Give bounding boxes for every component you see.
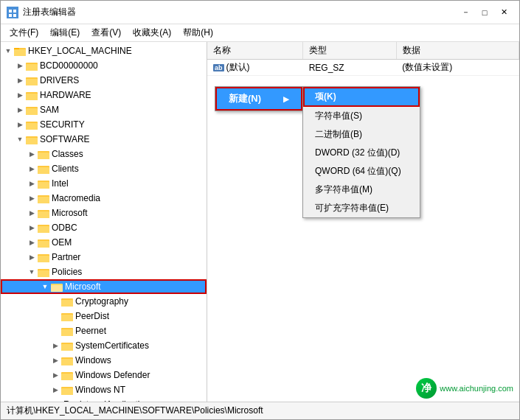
oem-toggle[interactable]: ▶: [26, 237, 38, 248]
tree-panel[interactable]: ▼ HKEY_LOCAL_MACHINE ▶ BCD00000000: [1, 42, 207, 402]
hardware-toggle[interactable]: ▶: [14, 89, 26, 101]
systemcerts-toggle[interactable]: ▶: [49, 340, 61, 351]
tree-item-partner[interactable]: ▶ Partner: [1, 250, 207, 265]
tree-item-peerdist[interactable]: ▶ PeerDist: [1, 309, 207, 323]
security-toggle[interactable]: ▶: [14, 119, 26, 130]
svg-rect-49: [61, 359, 73, 365]
partner-toggle[interactable]: ▶: [26, 251, 38, 263]
tree-item-macromedia[interactable]: ▶ Macromedia: [1, 191, 207, 206]
close-button[interactable]: ✕: [494, 5, 513, 20]
table-row[interactable]: ab (默认) REG_SZ (数值未设置): [207, 60, 519, 76]
svg-rect-43: [61, 315, 73, 321]
submenu-item-expandstring[interactable]: 可扩充字符串值(E): [303, 199, 420, 217]
sam-folder-icon: [26, 105, 38, 115]
title-controls: － □ ✕: [456, 5, 513, 20]
software-toggle[interactable]: ▼: [14, 133, 26, 145]
sam-toggle[interactable]: ▶: [14, 104, 26, 116]
tree-item-classes[interactable]: ▶ Classes: [1, 147, 207, 161]
root-toggle[interactable]: ▼: [2, 45, 14, 57]
tree-item-sam[interactable]: ▶ SAM: [1, 102, 207, 117]
menu-view[interactable]: 查看(V): [86, 25, 127, 41]
tree-item-ms-policies[interactable]: ▼ Microsoft: [1, 279, 207, 294]
intel-toggle[interactable]: ▶: [26, 178, 38, 189]
tree-item-odbc[interactable]: ▶ ODBC: [1, 220, 207, 235]
svg-rect-19: [26, 138, 38, 144]
maximize-button[interactable]: □: [475, 5, 494, 20]
tree-item-intel[interactable]: ▶ Intel: [1, 176, 207, 191]
submenu-item-multistring[interactable]: 多字符串值(M): [303, 181, 420, 199]
windefender-toggle[interactable]: ▶: [49, 369, 61, 381]
windefender-folder-icon: [61, 370, 73, 380]
tree-item-clients[interactable]: ▶ Clients: [1, 161, 207, 176]
ms-policies-toggle[interactable]: ▼: [39, 281, 51, 293]
watermark-icon: 净: [416, 378, 437, 399]
intel-folder-icon: [38, 178, 49, 189]
hardware-folder-icon: [26, 90, 38, 100]
col-data: 数据: [396, 42, 519, 60]
tree-item-bcd[interactable]: ▶ BCD00000000: [1, 58, 207, 73]
row-data: (数值未设置): [396, 60, 519, 76]
tree-item-cryptography[interactable]: ▶ Cryptography: [1, 294, 207, 309]
submenu: 项(K) 字符串值(S) 二进制值(B) DWORD (32 位值)(D) QW…: [302, 86, 420, 218]
submenu-item-binary[interactable]: 二进制值(B): [303, 125, 420, 144]
watermark: 净 www.aichunjing.com: [416, 378, 513, 399]
tree-item-systemcerts[interactable]: ▶ SystemCertificates: [1, 338, 207, 353]
tree-item-software[interactable]: ▼ SOFTWARE: [1, 132, 207, 147]
submenu-item-dword[interactable]: DWORD (32 位值)(D): [303, 144, 420, 162]
tree-item-drivers-label: DRIVERS: [40, 75, 79, 85]
tree-item-drivers[interactable]: ▶ DRIVERS: [1, 73, 207, 88]
menu-edit[interactable]: 编辑(E): [44, 25, 86, 41]
windowsnt-folder-icon: [61, 385, 73, 395]
title-bar: 注册表编辑器 － □ ✕: [1, 1, 519, 24]
tree-item-windefender[interactable]: ▶ Windows Defender: [1, 368, 207, 382]
tree-item-hardware[interactable]: ▶ HARDWARE: [1, 88, 207, 102]
main-content: ▼ HKEY_LOCAL_MACHINE ▶ BCD00000000: [1, 42, 519, 402]
tree-item-peernet[interactable]: ▶ Peernet: [1, 323, 207, 338]
submenu-item-string[interactable]: 字符串值(S): [303, 107, 420, 125]
minimize-button[interactable]: －: [456, 5, 475, 20]
registry-editor-window: 注册表编辑器 － □ ✕ 文件(F) 编辑(E) 查看(V) 收藏夹(A) 帮助…: [0, 0, 520, 420]
svg-rect-37: [38, 270, 49, 277]
tree-item-ms-policies-label: Microsoft: [65, 281, 101, 292]
windows-toggle[interactable]: ▶: [49, 354, 61, 366]
classes-toggle[interactable]: ▶: [26, 148, 38, 160]
tree-item-windowsnt[interactable]: ▶ Windows NT: [1, 382, 207, 397]
bcd-toggle[interactable]: ▶: [14, 60, 26, 71]
col-name: 名称: [207, 42, 303, 60]
tree-root[interactable]: ▼ HKEY_LOCAL_MACHINE: [1, 43, 207, 58]
tree-item-oem[interactable]: ▶ OEM: [1, 235, 207, 250]
svg-rect-31: [38, 226, 49, 233]
tree-item-microsoft-sw[interactable]: ▶ Microsoft: [1, 206, 207, 220]
submenu-item-qword[interactable]: QWORD (64 位值)(Q): [303, 162, 420, 181]
tree-item-policies[interactable]: ▼ Policies: [1, 265, 207, 279]
tree-item-peernet-label: Peernet: [75, 326, 106, 336]
classes-folder-icon: [38, 149, 49, 159]
clients-toggle[interactable]: ▶: [26, 163, 38, 175]
microsoft-sw-toggle[interactable]: ▶: [26, 207, 38, 219]
context-menu-overlay: 新建(N) ▶ 项(K) 字符串值(S) 二进制值(B) DWORD (32 位…: [215, 86, 420, 218]
macromedia-toggle[interactable]: ▶: [26, 192, 38, 204]
tree-item-bcd-label: BCD00000000: [40, 60, 98, 71]
tree-item-clients-label: Clients: [52, 164, 79, 174]
tree-item-peerdist-label: PeerDist: [75, 311, 109, 321]
policies-folder-icon: [38, 267, 49, 277]
bcd-folder-icon: [26, 60, 38, 71]
new-button[interactable]: 新建(N) ▶: [215, 87, 302, 111]
menu-favorites[interactable]: 收藏夹(A): [127, 25, 177, 41]
submenu-item-key[interactable]: 项(K): [303, 87, 420, 107]
odbc-folder-icon: [38, 223, 49, 233]
tree-item-security[interactable]: ▶ SECURITY: [1, 117, 207, 132]
tree-item-odbc-label: ODBC: [52, 223, 77, 233]
menu-bar: 文件(F) 编辑(E) 查看(V) 收藏夹(A) 帮助(H): [1, 24, 519, 42]
svg-rect-21: [38, 153, 49, 159]
tree-item-hardware-label: HARDWARE: [40, 90, 91, 100]
policies-toggle[interactable]: ▼: [26, 266, 38, 278]
odbc-toggle[interactable]: ▶: [26, 222, 38, 234]
drivers-toggle[interactable]: ▶: [14, 74, 26, 86]
menu-help[interactable]: 帮助(H): [177, 25, 219, 41]
svg-rect-53: [61, 388, 73, 395]
windowsnt-toggle[interactable]: ▶: [49, 384, 61, 396]
tree-item-windows[interactable]: ▶ Windows: [1, 353, 207, 368]
context-menu-new: 新建(N) ▶: [215, 86, 303, 111]
menu-file[interactable]: 文件(F): [4, 25, 44, 41]
